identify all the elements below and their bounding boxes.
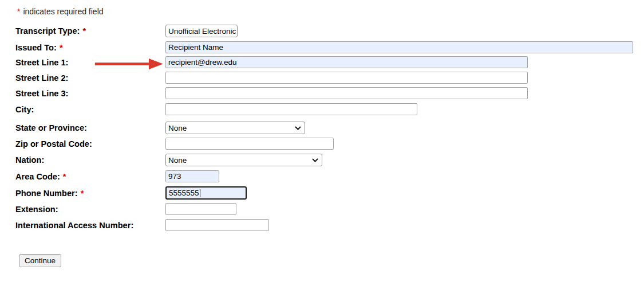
required-field-note: *indicates required field <box>17 7 104 16</box>
street-line-2-input[interactable] <box>165 72 528 84</box>
form-row-transcript-type: Transcript Type:* Unofficial Electronic <box>15 25 238 37</box>
zip-input[interactable] <box>165 138 334 150</box>
form-row-international-access: International Access Number: <box>15 219 269 231</box>
required-asterisk: * <box>63 172 66 181</box>
state-value: None <box>168 124 187 132</box>
required-asterisk: * <box>81 189 84 198</box>
city-label: City: <box>15 105 165 114</box>
red-arrow-annotation-icon <box>95 58 164 69</box>
nation-label: Nation: <box>15 155 165 165</box>
form-row-nation: Nation: None <box>15 154 322 166</box>
area-code-input[interactable]: 973 <box>165 170 219 182</box>
form-row-street-line-2: Street Line 2: <box>15 72 528 84</box>
text-cursor <box>200 189 200 197</box>
form-row-issued-to: Issued To:* Recipient Name <box>15 41 633 53</box>
form-row-area-code: Area Code:* 973 <box>15 170 219 182</box>
required-asterisk: * <box>60 43 63 52</box>
phone-number-label: Phone Number:* <box>15 189 165 198</box>
required-asterisk: * <box>82 26 86 36</box>
phone-number-input[interactable]: 5555555 <box>165 186 247 200</box>
area-code-label: Area Code:* <box>15 172 165 181</box>
state-label: State or Province: <box>15 123 165 132</box>
required-asterisk: * <box>17 7 20 16</box>
required-note-text: indicates required field <box>23 7 103 16</box>
form-row-phone-number: Phone Number:* 5555555 <box>15 186 247 200</box>
issued-to-label: Issued To:* <box>15 43 165 52</box>
international-access-label: International Access Number: <box>15 221 165 230</box>
continue-button[interactable]: Continue <box>19 254 61 267</box>
street-line-1-input[interactable]: recipient@drew.edu <box>165 56 528 68</box>
issued-to-input[interactable]: Recipient Name <box>165 41 633 53</box>
international-access-input[interactable] <box>165 219 269 231</box>
form-row-street-line-3: Street Line 3: <box>15 87 528 99</box>
city-input[interactable] <box>165 103 417 115</box>
chevron-down-icon <box>295 126 301 130</box>
extension-input[interactable] <box>165 203 236 215</box>
form-row-extension: Extension: <box>15 203 236 215</box>
chevron-down-icon <box>312 158 318 162</box>
form-row-state: State or Province: None <box>15 122 305 134</box>
form-row-city: City: <box>15 103 417 115</box>
street-line-2-label: Street Line 2: <box>15 73 165 83</box>
nation-value: None <box>168 156 187 165</box>
street-line-3-label: Street Line 3: <box>15 89 165 98</box>
transcript-type-select[interactable]: Unofficial Electronic <box>165 25 238 37</box>
nation-select[interactable]: None <box>165 154 322 166</box>
transcript-type-label: Transcript Type:* <box>15 26 165 36</box>
form-row-zip: Zip or Postal Code: <box>15 138 334 150</box>
form-row-street-line-1: Street Line 1: recipient@drew.edu <box>15 56 528 68</box>
state-select[interactable]: None <box>165 122 305 134</box>
street-line-3-input[interactable] <box>165 87 528 99</box>
transcript-type-value: Unofficial Electronic <box>168 27 236 36</box>
extension-label: Extension: <box>15 205 165 214</box>
zip-label: Zip or Postal Code: <box>15 139 165 149</box>
